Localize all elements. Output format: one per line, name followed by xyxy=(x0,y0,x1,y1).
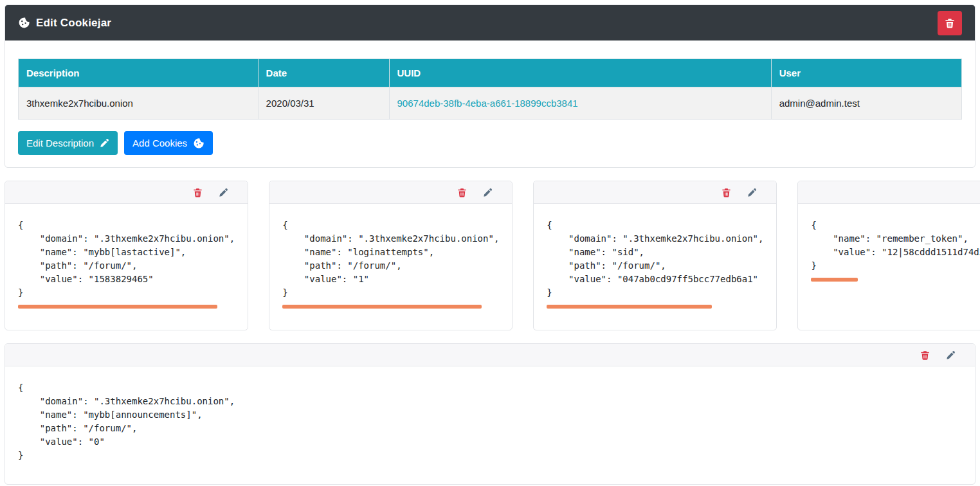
cookie-card-grid: { "domain": ".3thxemke2x7hcibu.onion", "… xyxy=(5,181,975,330)
cookiejar-table: Description Date UUID User 3thxemke2x7hc… xyxy=(18,59,962,120)
table-row: 3thxemke2x7hcibu.onion 2020/03/31 90674d… xyxy=(19,87,962,120)
column-header-user: User xyxy=(771,59,961,87)
trash-icon xyxy=(193,188,203,197)
column-header-description: Description xyxy=(19,59,259,87)
edit-description-label: Edit Description xyxy=(26,138,94,148)
cookie-card-sid: { "domain": ".3thxemke2x7hcibu.onion", "… xyxy=(533,181,777,330)
cell-date: 2020/03/31 xyxy=(258,87,389,120)
edit-cookie-button[interactable] xyxy=(946,350,956,360)
page-header: Edit Cookiejar xyxy=(5,5,975,40)
cookie-card-remember-token: { "name": "remember_token", "value": "12… xyxy=(797,181,980,330)
cookie-json: { "name": "remember_token", "value": "12… xyxy=(811,219,980,273)
page-title: Edit Cookiejar xyxy=(36,17,111,30)
cookie-card-header xyxy=(798,181,980,204)
page-title-wrap: Edit Cookiejar xyxy=(18,17,111,30)
delete-cookie-button[interactable] xyxy=(721,188,731,197)
trash-icon xyxy=(721,188,731,197)
cell-uuid: 90674deb-38fb-4eba-a661-18899ccb3841 xyxy=(389,87,771,120)
table-header-row: Description Date UUID User xyxy=(19,59,962,87)
horizontal-scrollbar-thumb[interactable] xyxy=(811,278,857,282)
cookie-json: { "domain": ".3thxemke2x7hcibu.onion", "… xyxy=(547,219,763,300)
trash-icon xyxy=(457,188,467,197)
pencil-icon xyxy=(100,138,109,148)
edit-description-button[interactable]: Edit Description xyxy=(18,131,118,155)
horizontal-scrollbar-thumb[interactable] xyxy=(18,305,217,309)
cookie-bite-icon xyxy=(193,138,204,149)
delete-cookie-button[interactable] xyxy=(457,188,467,197)
column-header-uuid: UUID xyxy=(389,59,771,87)
uuid-link[interactable]: 90674deb-38fb-4eba-a661-18899ccb3841 xyxy=(397,98,578,109)
cookie-card-announcements: { "domain": ".3thxemke2x7hcibu.onion", "… xyxy=(5,343,975,485)
edit-cookie-button[interactable] xyxy=(747,188,757,197)
edit-cookie-button[interactable] xyxy=(219,188,228,197)
cookie-card-header xyxy=(5,344,975,366)
pencil-icon xyxy=(946,350,956,360)
cookie-bite-icon xyxy=(18,17,30,29)
column-header-date: Date xyxy=(258,59,389,87)
cookie-card-body: { "domain": ".3thxemke2x7hcibu.onion", "… xyxy=(5,366,975,484)
cookie-json: { "domain": ".3thxemke2x7hcibu.onion", "… xyxy=(282,219,499,300)
cookie-json: { "domain": ".3thxemke2x7hcibu.onion", "… xyxy=(18,381,962,462)
delete-cookiejar-button[interactable] xyxy=(938,11,962,35)
horizontal-scrollbar-thumb[interactable] xyxy=(282,305,482,309)
cookie-json: { "domain": ".3thxemke2x7hcibu.onion", "… xyxy=(18,219,235,300)
cookie-card-loginattempts: { "domain": ".3thxemke2x7hcibu.onion", "… xyxy=(269,181,513,330)
cookie-card-body: { "name": "remember_token", "value": "12… xyxy=(798,204,980,330)
cell-description: 3thxemke2x7hcibu.onion xyxy=(19,87,259,120)
cookiejar-card: Edit Cookiejar Description Date UUID Use… xyxy=(5,4,975,168)
cookie-card-body: { "domain": ".3thxemke2x7hcibu.onion", "… xyxy=(534,204,776,330)
cookie-card-header xyxy=(269,181,512,204)
trash-icon xyxy=(945,18,955,28)
trash-icon xyxy=(920,350,930,360)
pencil-icon xyxy=(747,188,757,197)
cookie-card-header xyxy=(5,181,248,204)
edit-cookie-button[interactable] xyxy=(483,188,493,197)
cell-user: admin@admin.test xyxy=(771,87,961,120)
cookiejar-card-body: Description Date UUID User 3thxemke2x7hc… xyxy=(5,40,975,167)
cookie-card-body: { "domain": ".3thxemke2x7hcibu.onion", "… xyxy=(269,204,512,330)
action-buttons: Edit Description Add Cookies xyxy=(18,131,962,155)
cookie-card-header xyxy=(534,181,776,204)
cookie-card-lastactive: { "domain": ".3thxemke2x7hcibu.onion", "… xyxy=(5,181,248,330)
horizontal-scrollbar-thumb[interactable] xyxy=(547,305,711,309)
cookie-card-body: { "domain": ".3thxemke2x7hcibu.onion", "… xyxy=(5,204,248,330)
add-cookies-button[interactable]: Add Cookies xyxy=(124,131,213,155)
delete-cookie-button[interactable] xyxy=(920,350,930,360)
add-cookies-label: Add Cookies xyxy=(132,138,187,148)
pencil-icon xyxy=(483,188,493,197)
delete-cookie-button[interactable] xyxy=(193,188,203,197)
pencil-icon xyxy=(219,188,228,197)
